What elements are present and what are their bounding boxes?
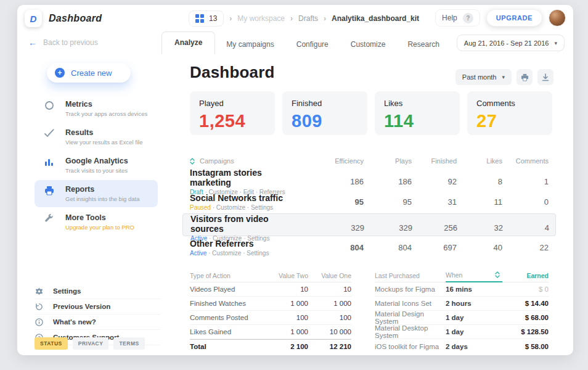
status-badge[interactable]: STATUS bbox=[35, 337, 68, 350]
campaign-row[interactable]: Instagram stories marketing Draft · Cust… bbox=[190, 168, 549, 191]
sidebar-item-results[interactable]: Results View your results as Excel file bbox=[35, 123, 158, 150]
print-button[interactable] bbox=[517, 69, 533, 85]
campaign-row[interactable]: Other Referrers Active · Customize · Set… bbox=[190, 236, 549, 259]
column-when-label: When bbox=[446, 271, 462, 279]
privacy-badge[interactable]: PRIVACY bbox=[73, 337, 109, 350]
stat-value: 809 bbox=[292, 111, 358, 131]
terms-badge[interactable]: TERMS bbox=[113, 337, 144, 350]
column-value-two[interactable]: Value Two bbox=[265, 272, 308, 279]
table-row[interactable]: Material Design System 1 day $ 68.00 bbox=[375, 311, 549, 325]
sort-icon bbox=[495, 271, 500, 278]
help-button[interactable]: Help ? bbox=[435, 9, 480, 27]
column-value-one[interactable]: Value One bbox=[308, 272, 351, 279]
sidebar-item-description: Track your apps across devices bbox=[65, 110, 147, 117]
tab-analyze[interactable]: Analyze bbox=[161, 31, 215, 54]
sidebar-item-metrics[interactable]: Metrics Track your apps across devices bbox=[35, 95, 158, 122]
user-avatar[interactable] bbox=[549, 9, 566, 27]
stat-value: 114 bbox=[384, 111, 451, 131]
tab-customize[interactable]: Customize bbox=[340, 35, 397, 54]
whats-new-label: What's new? bbox=[53, 318, 96, 326]
breadcrumb-workspace[interactable]: My workspace bbox=[237, 14, 285, 23]
column-last-purchased[interactable]: Last Purchased bbox=[375, 272, 446, 279]
column-likes[interactable]: Likes bbox=[457, 157, 502, 165]
column-plays[interactable]: Plays bbox=[364, 157, 412, 165]
column-when-sorted[interactable]: When bbox=[446, 269, 502, 282]
column-earned[interactable]: Earned bbox=[502, 272, 549, 279]
product-name: iOS toolkit for Figma bbox=[375, 343, 446, 350]
sidebar-item-more-tools[interactable]: More Tools Upgrade your plan to PRO bbox=[35, 208, 158, 236]
column-finished[interactable]: Finished bbox=[412, 157, 457, 165]
stat-label: Comments bbox=[476, 99, 543, 108]
stat-card-finished[interactable]: Finished 809 bbox=[282, 91, 367, 135]
back-label: Back to previous bbox=[43, 38, 98, 47]
campaign-links[interactable]: · Customize · Settings bbox=[208, 250, 269, 257]
value-one: 10 bbox=[308, 286, 351, 293]
comments-value: 22 bbox=[502, 243, 549, 252]
table-row[interactable]: Comments Posted 100 100 bbox=[190, 311, 351, 325]
column-comments[interactable]: Comments bbox=[502, 157, 549, 165]
tab-configure[interactable]: Configure bbox=[285, 35, 340, 54]
column-campaigns[interactable]: Campaigns bbox=[200, 157, 234, 165]
value-one: 1 000 bbox=[308, 300, 351, 307]
campaign-links[interactable]: · Customize · Settings bbox=[213, 204, 273, 211]
create-new-button[interactable]: + Create new bbox=[47, 63, 131, 83]
grid-icon bbox=[195, 14, 204, 23]
campaign-row[interactable]: Social Networks traffic Paused · Customi… bbox=[190, 191, 549, 213]
tab-my-campaigns[interactable]: My campaigns bbox=[215, 35, 285, 54]
printer-icon bbox=[43, 186, 55, 195]
upgrade-button[interactable]: UPGRADE bbox=[486, 9, 542, 27]
pages-count-button[interactable]: 13 bbox=[189, 10, 224, 27]
campaign-name: Social Networks traffic bbox=[190, 193, 302, 203]
campaign-row-selected[interactable]: Visitors from video sources Active · Cus… bbox=[182, 213, 556, 236]
whats-new-item[interactable]: What's new? bbox=[35, 314, 160, 330]
sidebar-item-reports[interactable]: Reports Get insights into the big data bbox=[35, 180, 158, 207]
main-content: Dashboard Past month ▾ Played 1,254 Fini… bbox=[171, 54, 573, 355]
wrench-icon bbox=[43, 214, 55, 224]
action-name: Comments Posted bbox=[190, 314, 265, 321]
table-row[interactable]: Material Desktop System 1 day $ 128.50 bbox=[375, 325, 549, 339]
table-row[interactable]: Finished Watches 1 000 1 000 bbox=[190, 297, 351, 311]
total-value-two: 2 100 bbox=[265, 343, 308, 350]
tab-bar: Analyze My campaigns Configure Customize… bbox=[161, 32, 497, 54]
create-new-label: Create new bbox=[71, 68, 112, 78]
chevron-right-icon: › bbox=[324, 14, 326, 23]
table-row[interactable]: Videos Played 10 10 bbox=[190, 282, 351, 297]
period-selector[interactable]: Past month ▾ bbox=[455, 69, 512, 85]
efficiency-value: 329 bbox=[303, 223, 364, 232]
sort-icon[interactable] bbox=[190, 158, 195, 165]
page-title: Dashboard bbox=[190, 63, 275, 82]
circle-icon bbox=[43, 101, 55, 110]
previous-version-item[interactable]: Previous Version bbox=[35, 299, 160, 314]
stat-label: Likes bbox=[384, 99, 451, 108]
table-row[interactable]: Mockups for Figma 16 mins $ 0 bbox=[375, 282, 549, 297]
table-row[interactable]: Material Icons Set 2 hours $ 14.40 bbox=[375, 297, 549, 311]
value-two: 1 000 bbox=[265, 300, 308, 307]
sidebar-item-google-analytics[interactable]: Google Analytics Track visits to your si… bbox=[35, 152, 158, 179]
settings-label: Settings bbox=[53, 287, 81, 295]
efficiency-value: 95 bbox=[302, 197, 364, 207]
action-name: Videos Played bbox=[190, 286, 265, 293]
download-button[interactable] bbox=[537, 69, 553, 85]
breadcrumb-current-file[interactable]: Analytika_dashboard_kit bbox=[332, 14, 419, 23]
table-row[interactable]: Likes Gained 1 000 10 000 bbox=[190, 325, 351, 339]
logo[interactable]: D Dashboard bbox=[25, 10, 102, 27]
settings-item[interactable]: Settings bbox=[35, 284, 160, 299]
value-two: 10 bbox=[265, 286, 308, 293]
stat-card-played[interactable]: Played 1,254 bbox=[190, 91, 275, 135]
sidebar-menu: Metrics Track your apps across devices R… bbox=[17, 94, 171, 237]
stat-label: Finished bbox=[292, 99, 358, 108]
chevron-right-icon: › bbox=[229, 14, 232, 23]
purchase-when: 1 day bbox=[446, 328, 502, 335]
action-name: Likes Gained bbox=[190, 328, 265, 335]
table-row[interactable]: iOS toolkit for Figma 2 days $ 58.00 bbox=[375, 339, 549, 353]
product-name: Material Design System bbox=[375, 310, 446, 325]
column-efficiency[interactable]: Efficiency bbox=[302, 157, 364, 165]
breadcrumb-drafts[interactable]: Drafts bbox=[298, 14, 318, 23]
stat-card-likes[interactable]: Likes 114 bbox=[375, 91, 460, 135]
tab-research[interactable]: Research bbox=[396, 35, 450, 54]
title-controls: Past month ▾ bbox=[455, 69, 553, 85]
stat-card-comments[interactable]: Comments 27 bbox=[467, 91, 552, 135]
column-type-of-action[interactable]: Type of Action bbox=[190, 272, 265, 279]
back-to-previous-link[interactable]: ← Back to previous bbox=[28, 38, 98, 47]
date-range-selector[interactable]: Aug 21, 2016 - Sep 21 2016 ▾ bbox=[457, 35, 565, 51]
